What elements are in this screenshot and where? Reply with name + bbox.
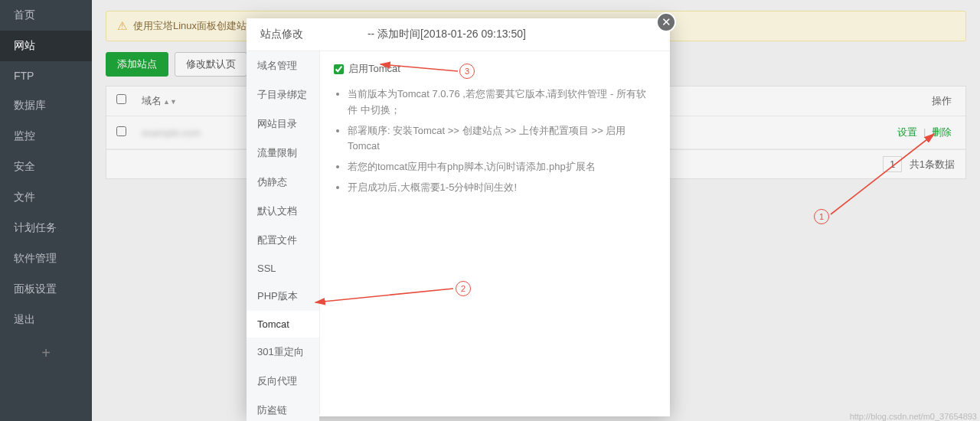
enable-tomcat-label: 启用Tomcat bbox=[348, 62, 400, 76]
modal-nav-domain[interactable]: 域名管理 bbox=[247, 51, 319, 80]
note-item: 部署顺序: 安装Tomcat >> 创建站点 >> 上传并配置项目 >> 启用T… bbox=[348, 123, 656, 155]
modal-content: 启用Tomcat 当前版本为Tomcat 7.0.76 ,若您需要其它版本,请到… bbox=[320, 51, 670, 415]
modal-nav-sitedir[interactable]: 网站目录 bbox=[247, 109, 319, 139]
tomcat-notes: 当前版本为Tomcat 7.0.76 ,若您需要其它版本,请到软件管理 - 所有… bbox=[334, 86, 656, 196]
modal-nav-conf[interactable]: 配置文件 bbox=[247, 226, 319, 255]
modal-nav-proxy[interactable]: 反向代理 bbox=[247, 367, 319, 396]
close-icon[interactable]: ✕ bbox=[656, 12, 676, 32]
modal-nav-redirect[interactable]: 301重定向 bbox=[247, 338, 319, 367]
site-settings-modal: 站点修改 -- 添加时间[2018-01-26 09:13:50] ✕ 域名管理… bbox=[247, 18, 670, 416]
modal-nav-php[interactable]: PHP版本 bbox=[247, 282, 319, 311]
modal-nav-defaultdoc[interactable]: 默认文档 bbox=[247, 197, 319, 226]
note-item: 若您的tomcat应用中有php脚本,访问时请添加.php扩展名 bbox=[348, 159, 656, 175]
modal-nav-rewrite[interactable]: 伪静态 bbox=[247, 168, 319, 197]
modal-nav: 域名管理 子目录绑定 网站目录 流量限制 伪静态 默认文档 配置文件 SSL P… bbox=[247, 51, 320, 415]
watermark: http://blog.csdn.net/m0_37654893 bbox=[850, 412, 977, 421]
note-item: 当前版本为Tomcat 7.0.76 ,若您需要其它版本,请到软件管理 - 所有… bbox=[348, 86, 656, 119]
modal-nav-subdir[interactable]: 子目录绑定 bbox=[247, 80, 319, 109]
enable-tomcat-checkbox[interactable] bbox=[334, 64, 344, 74]
modal-nav-ssl[interactable]: SSL bbox=[247, 255, 319, 282]
modal-nav-tomcat[interactable]: Tomcat bbox=[247, 311, 319, 338]
note-item: 开启成功后,大概需要1-5分钟时间生效! bbox=[348, 180, 656, 196]
modal-nav-traffic[interactable]: 流量限制 bbox=[247, 139, 319, 168]
modal-nav-hotlink[interactable]: 防盗链 bbox=[247, 396, 319, 421]
modal-title: 站点修改 -- 添加时间[2018-01-26 09:13:50] bbox=[247, 18, 670, 51]
